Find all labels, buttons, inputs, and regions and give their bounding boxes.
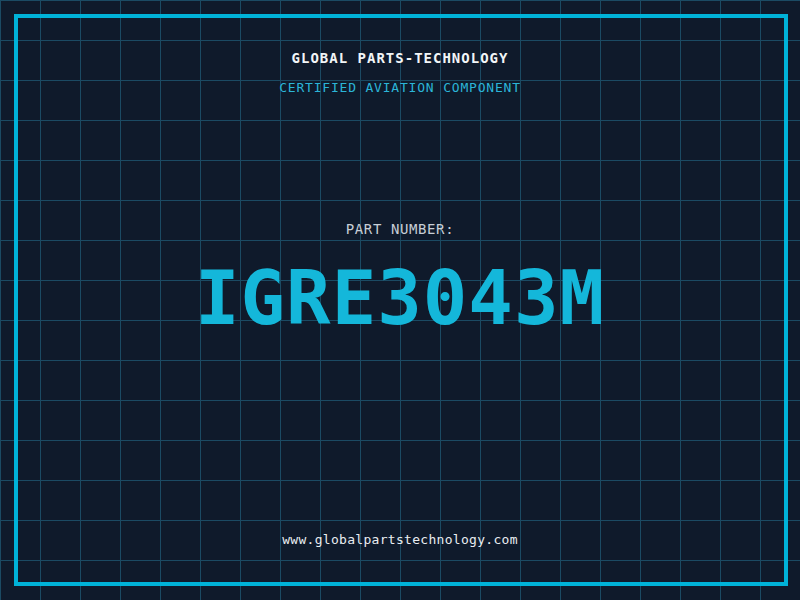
brand-title: GLOBAL PARTS-TECHNOLOGY bbox=[0, 50, 800, 66]
part-number-label: PART NUMBER: bbox=[0, 221, 800, 237]
website-url: www.globalpartstechnology.com bbox=[0, 532, 800, 548]
certification-subtitle: CERTIFIED AVIATION COMPONENT bbox=[0, 80, 800, 96]
part-number-value: IGRE3043M bbox=[0, 261, 800, 335]
label-card: { "header": { "title": "GLOBAL PARTS-TEC… bbox=[0, 0, 800, 600]
